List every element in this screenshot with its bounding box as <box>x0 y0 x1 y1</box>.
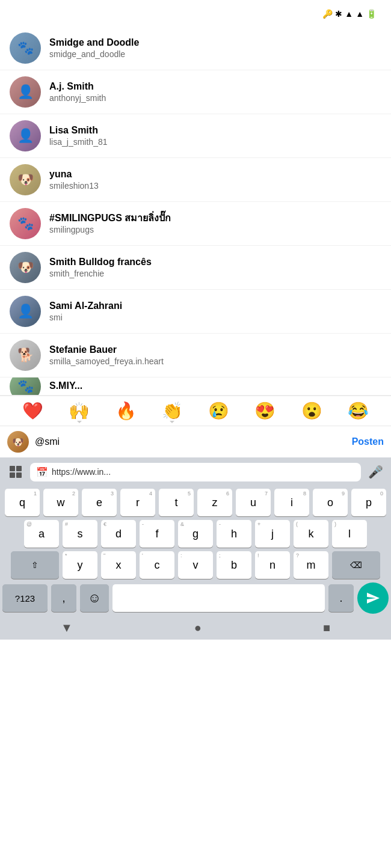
mention-input[interactable] <box>35 436 346 447</box>
key-q[interactable]: 1q <box>5 489 40 516</box>
recents-nav-icon[interactable]: ■ <box>323 621 330 635</box>
key-v[interactable]: :v <box>178 551 213 579</box>
key-n[interactable]: !n <box>255 551 290 579</box>
key-x[interactable]: "x <box>101 551 136 579</box>
key-secondary: @ <box>26 521 32 527</box>
key-a[interactable]: @a <box>24 520 59 548</box>
key-secondary: ! <box>257 552 259 558</box>
key-row-0: 1q2w3e4r5t6z7u8i9o0p <box>2 489 389 516</box>
emoji-row: ❤️🙌🔥👏😢😍😮😂 <box>0 396 391 426</box>
suggestion-item-sami[interactable]: 👤 Sami Al-Zahrani smi <box>0 290 391 334</box>
clapping-emoji[interactable]: 👏 <box>162 401 183 421</box>
suggestion-item-stefanie[interactable]: 🐕 Stefanie Bauer smilla_samoyed_freya.in… <box>0 334 391 377</box>
fire-emoji[interactable]: 🔥 <box>115 401 137 421</box>
key-⌫[interactable]: ⌫ <box>332 551 380 579</box>
suggestion-name-smith: Smith Bulldog francês <box>49 256 152 269</box>
suggestion-item-smidge[interactable]: 🐾 Smidge and Doodle smidge_and_doodle <box>0 26 391 70</box>
key-secondary: € <box>103 521 106 527</box>
space-key[interactable] <box>112 584 325 612</box>
post-button[interactable]: Posten <box>352 436 384 447</box>
suggestion-text-partial: S.MIY... <box>49 380 82 393</box>
key-p[interactable]: 0p <box>351 489 386 516</box>
home-nav-icon[interactable]: ● <box>194 621 202 635</box>
key-o[interactable]: 9o <box>313 489 348 516</box>
send-button[interactable] <box>357 582 389 614</box>
suggestion-handle-smith: smith_frenchie <box>49 268 152 279</box>
key-c[interactable]: 'c <box>140 551 174 579</box>
key-j[interactable]: +j <box>255 520 290 548</box>
suggestion-item-aj[interactable]: 👤 A.j. Smith anthonyj_smith <box>0 70 391 114</box>
avatar-smith: 🐶 <box>10 252 41 283</box>
key-i[interactable]: 8i <box>274 489 309 516</box>
comma-key[interactable]: , <box>51 584 76 612</box>
key-u[interactable]: 7u <box>236 489 271 516</box>
suggestion-text-aj: A.j. Smith anthonyj_smith <box>49 81 106 104</box>
heart-emoji[interactable]: ❤️ <box>22 401 43 421</box>
suggestion-text-sami: Sami Al-Zahrani smi <box>49 300 122 323</box>
suggestion-name-lisa: Lisa Smith <box>49 124 108 137</box>
keyboard-url-bar[interactable]: 📅 https://www.in... <box>30 463 361 481</box>
period-key[interactable]: . <box>328 584 354 612</box>
input-row: 🐶 Posten <box>0 426 391 457</box>
suggestion-list: 🐾 Smidge and Doodle smidge_and_doodle 👤 … <box>0 26 391 396</box>
surprised-emoji[interactable]: 😮 <box>301 401 322 421</box>
key-secondary: & <box>180 521 184 527</box>
microphone-icon[interactable]: 🎤 <box>365 461 386 483</box>
key-h[interactable]: -h <box>217 520 251 548</box>
laughing-emoji[interactable]: 😂 <box>348 401 369 421</box>
keyboard-bottom-row: ?123 , ☺ . <box>0 582 391 614</box>
key-b[interactable]: ;b <box>217 551 251 579</box>
key-secondary: - <box>142 521 144 527</box>
key-d[interactable]: €d <box>101 520 136 548</box>
key-t[interactable]: 5t <box>159 489 194 516</box>
suggestion-handle-stefanie: smilla_samoyed_freya.in.heart <box>49 356 164 367</box>
key-s[interactable]: #s <box>63 520 97 548</box>
avatar-smidge: 🐾 <box>10 32 41 64</box>
key-l[interactable]: )l <box>332 520 367 548</box>
key-e[interactable]: 3e <box>82 489 117 516</box>
key-number: 4 <box>149 491 152 497</box>
crying-emoji[interactable]: 😢 <box>208 401 229 421</box>
back-nav-icon[interactable]: ▼ <box>61 621 73 635</box>
key-w[interactable]: 2w <box>43 489 78 516</box>
key-secondary: # <box>65 521 68 527</box>
battery-icon: 🔋 <box>366 9 377 19</box>
key-number: 0 <box>380 491 383 497</box>
suggestion-text-stefanie: Stefanie Bauer smilla_samoyed_freya.in.h… <box>49 344 164 367</box>
raised-hands-emoji[interactable]: 🙌 <box>69 401 90 421</box>
key-g[interactable]: &g <box>178 520 213 548</box>
suggestion-handle-lisa: lisa_j_smith_81 <box>49 136 108 147</box>
svg-rect-3 <box>16 472 22 478</box>
suggestion-item-smith[interactable]: 🐶 Smith Bulldog francês smith_frenchie <box>0 246 391 290</box>
key-number: 9 <box>342 491 345 497</box>
key-⇧[interactable]: ⇧ <box>11 551 59 579</box>
suggestion-name-sami: Sami Al-Zahrani <box>49 300 122 313</box>
suggestion-item-partial[interactable]: 🐾 S.MIY... <box>0 377 391 396</box>
bluetooth-icon: ✱ <box>335 9 342 19</box>
suggestion-item-lisa[interactable]: 👤 Lisa Smith lisa_j_smith_81 <box>0 114 391 158</box>
key-rows: 1q2w3e4r5t6z7u8i9o0p@a#s€d-f&g-h+j(k)l⇧*… <box>0 486 391 579</box>
svg-rect-2 <box>10 472 15 478</box>
key-number: 1 <box>34 491 37 497</box>
key-z[interactable]: 6z <box>197 489 232 516</box>
num-key[interactable]: ?123 <box>2 584 48 612</box>
key-k[interactable]: (k <box>294 520 328 548</box>
key-number: 3 <box>111 491 114 497</box>
suggestion-text-smiling: #SMILINGPUGS สมายลิ่งปั๊ก smilingpugs <box>49 212 171 236</box>
keyboard-grid-icon[interactable] <box>5 461 26 483</box>
key-m[interactable]: ?m <box>294 551 328 579</box>
suggestion-item-yuna[interactable]: 🐶 yuna smileshion13 <box>0 158 391 202</box>
suggestion-text-yuna: yuna smileshion13 <box>49 168 99 192</box>
avatar-yuna: 🐶 <box>10 164 41 195</box>
signal-icon: ▲ <box>356 9 364 19</box>
calendar-icon: 📅 <box>36 466 48 478</box>
key-r[interactable]: 4r <box>120 489 155 516</box>
avatar-smiling: 🐾 <box>10 208 41 239</box>
key-y[interactable]: *y <box>63 551 97 579</box>
key-f[interactable]: -f <box>140 520 174 548</box>
nav-bar: ▼ ● ■ <box>0 616 391 640</box>
suggestion-item-smiling[interactable]: 🐾 #SMILINGPUGS สมายลิ่งปั๊ก smilingpugs <box>0 202 391 246</box>
heart-eyes-emoji[interactable]: 😍 <box>254 401 276 421</box>
svg-rect-1 <box>16 466 22 471</box>
emoji-key[interactable]: ☺ <box>80 584 109 612</box>
